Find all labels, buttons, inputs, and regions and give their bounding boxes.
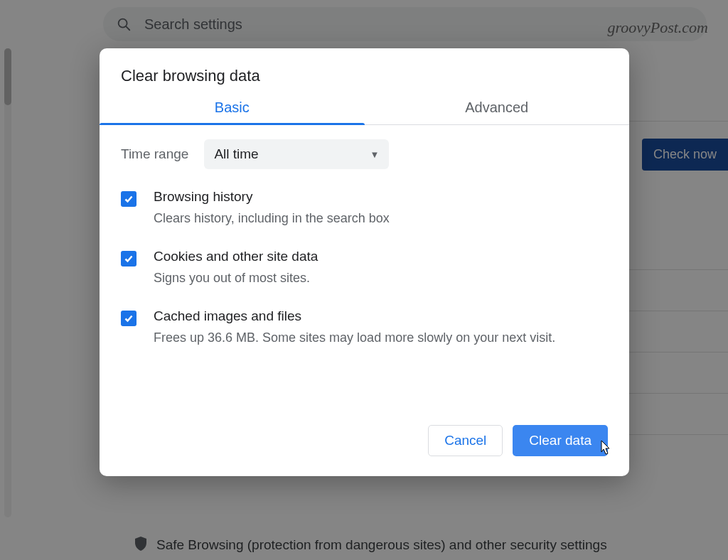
option-text: Browsing history Clears history, includi…: [154, 189, 390, 227]
tab-advanced[interactable]: Advanced: [365, 99, 630, 124]
checkbox-browsing-history[interactable]: [121, 191, 136, 207]
clear-browsing-data-dialog: Clear browsing data Basic Advanced Time …: [100, 48, 629, 476]
option-cookies: Cookies and other site data Signs you ou…: [121, 249, 608, 287]
option-title: Cookies and other site data: [154, 249, 318, 264]
time-range-row: Time range All time ▼: [121, 139, 608, 169]
option-text: Cookies and other site data Signs you ou…: [154, 249, 318, 287]
checkbox-cookies[interactable]: [121, 251, 136, 266]
option-cache: Cached images and files Frees up 36.6 MB…: [121, 308, 608, 347]
option-title: Cached images and files: [154, 308, 555, 324]
dialog-actions: Cancel Clear data: [100, 375, 629, 459]
option-desc: Frees up 36.6 MB. Some sites may load mo…: [154, 328, 555, 347]
option-text: Cached images and files Frees up 36.6 MB…: [154, 308, 555, 347]
dialog-content: Time range All time ▼ Browsing history C…: [100, 125, 629, 375]
option-title: Browsing history: [154, 189, 390, 205]
option-browsing-history: Browsing history Clears history, includi…: [121, 189, 608, 227]
dialog-title: Clear browsing data: [100, 48, 629, 99]
clear-data-button[interactable]: Clear data: [513, 425, 608, 456]
option-desc: Signs you out of most sites.: [154, 269, 318, 287]
option-desc: Clears history, including in the search …: [154, 209, 390, 227]
dialog-tabs: Basic Advanced: [100, 99, 629, 125]
time-range-value: All time: [214, 146, 258, 162]
time-range-select[interactable]: All time ▼: [204, 139, 389, 169]
chevron-down-icon: ▼: [370, 149, 380, 160]
cancel-button[interactable]: Cancel: [428, 425, 503, 456]
tab-basic[interactable]: Basic: [100, 99, 365, 124]
time-range-label: Time range: [121, 146, 188, 162]
cursor-pointer-icon: [597, 439, 611, 460]
checkbox-cache[interactable]: [121, 311, 136, 326]
clear-data-label: Clear data: [529, 433, 592, 448]
